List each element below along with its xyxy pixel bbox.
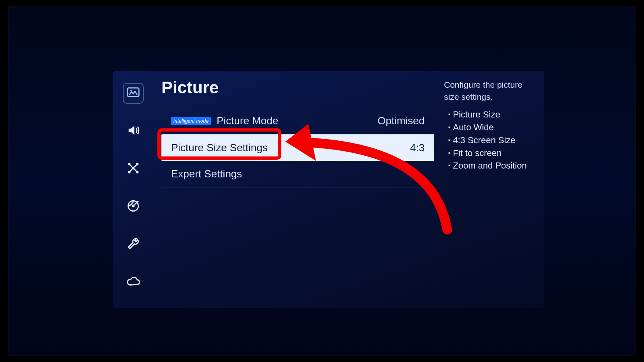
sidebar-item-broadcast[interactable] — [123, 196, 144, 217]
wrench-icon — [126, 237, 140, 252]
svg-point-1 — [130, 90, 132, 91]
picture-mode-value: Optimised — [378, 115, 425, 127]
picture-size-settings-row[interactable]: Picture Size Settings 4:3 — [161, 134, 434, 161]
sidebar-item-system[interactable] — [123, 234, 144, 255]
picture-size-settings-label: Picture Size Settings — [171, 142, 268, 154]
help-item: Zoom and Position — [448, 159, 535, 172]
page-title: Picture — [161, 78, 434, 97]
sidebar-item-support[interactable] — [123, 272, 144, 293]
picture-mode-row[interactable]: intelligent mode Picture Mode Optimised — [161, 108, 434, 134]
expert-settings-label: Expert Settings — [171, 168, 242, 180]
broadcast-icon — [126, 199, 140, 214]
settings-list: intelligent mode Picture Mode Optimised … — [161, 108, 434, 187]
picture-icon — [126, 86, 140, 101]
picture-size-settings-value: 4:3 — [410, 142, 425, 154]
picture-mode-label: Picture Mode — [217, 115, 278, 127]
svg-point-6 — [132, 167, 134, 169]
settings-main: Picture intelligent mode Picture Mode Op… — [153, 71, 438, 308]
sound-icon — [126, 123, 140, 139]
svg-rect-0 — [128, 88, 139, 97]
network-icon — [126, 161, 140, 177]
help-item: Auto Wide — [448, 121, 535, 134]
sidebar-item-picture[interactable] — [123, 83, 144, 104]
help-list: Picture Size Auto Wide 4:3 Screen Size F… — [444, 108, 535, 172]
help-item: Picture Size — [448, 108, 535, 121]
sidebar-item-sound[interactable] — [123, 121, 144, 142]
svg-point-8 — [132, 204, 134, 207]
tv-screen: Picture intelligent mode Picture Mode Op… — [8, 6, 636, 356]
intelligent-mode-badge: intelligent mode — [171, 117, 211, 125]
help-item: Fit to screen — [448, 147, 535, 160]
cloud-icon — [126, 275, 140, 290]
settings-sidebar — [113, 71, 153, 308]
help-panel: Configure the picture size settings. Pic… — [438, 71, 539, 308]
sidebar-item-network[interactable] — [123, 158, 144, 179]
help-item: 4:3 Screen Size — [448, 134, 535, 147]
help-description: Configure the picture size settings. — [444, 79, 535, 103]
expert-settings-row[interactable]: Expert Settings — [161, 161, 434, 187]
settings-panel: Picture intelligent mode Picture Mode Op… — [113, 71, 544, 308]
